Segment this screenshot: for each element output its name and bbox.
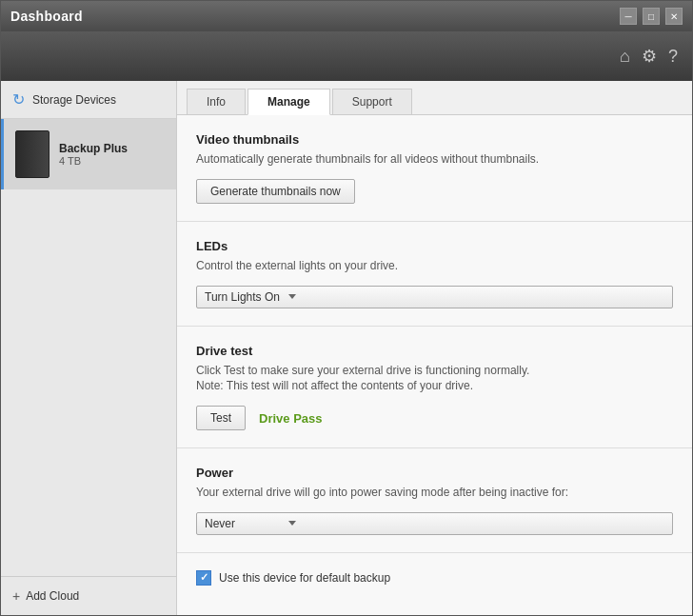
default-backup-checkbox[interactable]	[196, 570, 211, 586]
device-size: 4 TB	[59, 155, 128, 167]
lights-dropdown-arrow	[288, 294, 296, 299]
tab-manage[interactable]: Manage	[248, 89, 330, 115]
backup-checkbox-row: Use this device for default backup	[177, 553, 692, 603]
sidebar-storage-section: ↻ Storage Devices	[1, 81, 176, 119]
power-title: Power	[196, 466, 673, 480]
device-icon	[15, 130, 50, 178]
sidebar-section-label: Storage Devices	[32, 93, 116, 107]
help-icon[interactable]: ?	[668, 47, 678, 67]
drive-test-desc: Click Test to make sure your external dr…	[196, 363, 673, 395]
drive-test-title: Drive test	[196, 344, 673, 358]
maximize-button[interactable]: □	[643, 8, 660, 25]
drive-test-section: Drive test Click Test to make sure your …	[177, 327, 692, 449]
window-controls: ─ □ ✕	[620, 8, 683, 25]
storage-icon: ↻	[12, 90, 25, 109]
settings-icon[interactable]: ⚙	[642, 46, 657, 67]
sidebar-device-backup-plus[interactable]: Backup Plus 4 TB	[1, 119, 176, 189]
power-section: Power Your external drive will go into p…	[177, 448, 692, 553]
power-desc: Your external drive will go into power s…	[196, 485, 673, 501]
tab-support[interactable]: Support	[332, 89, 412, 114]
lights-dropdown-value: Turn Lights On	[205, 290, 281, 304]
add-cloud-icon: +	[12, 588, 20, 604]
backup-checkbox-label: Use this device for default backup	[219, 571, 390, 585]
minimize-button[interactable]: ─	[620, 8, 637, 25]
drive-pass-status: Drive Pass	[259, 411, 323, 426]
app-window: Dashboard ─ □ ✕ ⌂ ⚙ ? ↻ Storage Devices …	[0, 0, 693, 616]
generate-thumbnails-button[interactable]: Generate thumbnails now	[196, 179, 355, 204]
tab-info[interactable]: Info	[187, 89, 246, 114]
leds-title: LEDs	[196, 239, 673, 253]
power-dropdown-value: Never	[205, 517, 281, 530]
power-dropdown-arrow	[288, 521, 296, 526]
power-dropdown[interactable]: Never	[196, 512, 673, 535]
device-info: Backup Plus 4 TB	[59, 142, 128, 167]
lights-dropdown[interactable]: Turn Lights On	[196, 286, 673, 308]
add-cloud-label: Add Cloud	[26, 589, 79, 603]
video-thumbnails-title: Video thumbnails	[196, 132, 673, 147]
leds-desc: Control the external lights on your driv…	[196, 258, 673, 274]
content-panel: Info Manage Support Video thumbnails Aut…	[177, 81, 692, 615]
home-icon[interactable]: ⌂	[620, 47, 630, 67]
video-thumbnails-desc: Automatically generate thumbnails for al…	[196, 151, 673, 168]
content-body: Video thumbnails Automatically generate …	[177, 115, 692, 615]
device-name: Backup Plus	[59, 142, 128, 155]
close-button[interactable]: ✕	[665, 8, 683, 25]
drive-test-row: Test Drive Pass	[196, 406, 673, 430]
title-bar: Dashboard ─ □ ✕	[1, 1, 692, 31]
leds-section: LEDs Control the external lights on your…	[177, 222, 692, 327]
tabs: Info Manage Support	[177, 81, 692, 115]
video-thumbnails-section: Video thumbnails Automatically generate …	[177, 115, 692, 222]
header-bar: ⌂ ⚙ ?	[1, 31, 692, 81]
sidebar: ↻ Storage Devices Backup Plus 4 TB + Add…	[1, 81, 177, 615]
add-cloud-button[interactable]: + Add Cloud	[1, 576, 176, 615]
test-button[interactable]: Test	[196, 406, 246, 430]
main-area: ↻ Storage Devices Backup Plus 4 TB + Add…	[1, 81, 692, 615]
app-title: Dashboard	[10, 9, 83, 24]
